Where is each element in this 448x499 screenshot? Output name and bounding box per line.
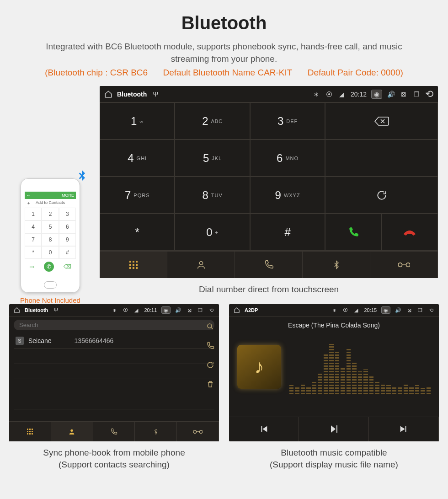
back-icon[interactable]: ⟲: [428, 307, 434, 313]
usb-icon: Ψ: [151, 90, 160, 98]
play-pause-button[interactable]: [299, 417, 369, 441]
spec-line: (Bluetooth chip : CSR BC6 Default Blueto…: [0, 68, 448, 78]
tab-dialpad[interactable]: [100, 252, 167, 278]
call-button[interactable]: [325, 214, 381, 251]
phone-video-icon: ▭: [29, 263, 34, 270]
screenshot-icon[interactable]: ◉: [371, 90, 382, 99]
music-caption: Bluetooth music compatible (Support disp…: [229, 447, 439, 471]
song-title: Escape (The Pina Colada Song): [229, 322, 439, 329]
key-8[interactable]: 8TUV: [175, 177, 250, 214]
usb-icon: Ψ: [53, 307, 59, 313]
volume-icon[interactable]: 🔊: [395, 307, 401, 313]
spec-chip: (Bluetooth chip : CSR BC6: [45, 68, 148, 77]
recent-icon[interactable]: ❐: [412, 90, 421, 98]
close-icon[interactable]: ⊠: [406, 307, 412, 313]
wifi-icon: ◢: [133, 307, 139, 313]
svg-point-0: [199, 262, 203, 265]
svg-point-1: [208, 324, 212, 328]
tab-recent-calls[interactable]: [93, 422, 135, 441]
contact-row[interactable]: SSeicane13566664466: [14, 333, 214, 349]
phone-appbar-more: MORE: [62, 193, 74, 198]
close-icon[interactable]: ⊠: [400, 90, 408, 98]
music-visualizer: [289, 339, 431, 394]
phone-call-icon: ✆: [44, 262, 54, 272]
redial-button[interactable]: [325, 177, 438, 214]
screenshot-icon[interactable]: ◉: [161, 306, 171, 314]
key-6[interactable]: 6MNO: [250, 140, 325, 177]
contact-name: Seicane: [28, 337, 52, 344]
key-1[interactable]: 1∞: [100, 102, 175, 140]
location-icon: ⦿: [342, 307, 348, 313]
home-icon[interactable]: [14, 307, 20, 313]
location-icon: ⦿: [325, 90, 333, 98]
search-input[interactable]: [14, 320, 214, 330]
contact-number: 13566664466: [75, 337, 114, 344]
phone-add-contacts: Add to Contacts: [36, 200, 65, 206]
page-description: Integrated with BC6 Bluetooth module, su…: [27, 41, 421, 65]
side-call-icon[interactable]: [206, 342, 214, 350]
bluetooth-icon: ∗: [111, 307, 117, 313]
tab-bluetooth[interactable]: [303, 252, 370, 278]
bluetooth-signal-icon: [74, 169, 90, 184]
dialer-screen: Bluetooth Ψ ∗ ⦿ ◢ 20:12 ◉ 🔊 ⊠ ❐ ⟲ 1∞2ABC…: [100, 86, 438, 278]
key-*[interactable]: *: [100, 214, 175, 251]
tab-recent-calls[interactable]: [235, 252, 303, 278]
volume-icon[interactable]: 🔊: [387, 90, 395, 98]
dialer-caption: Dial number direct from touchscreen: [100, 284, 438, 296]
status-time: 20:12: [351, 91, 367, 98]
back-icon[interactable]: ⟲: [208, 307, 214, 313]
next-track-button[interactable]: [369, 417, 439, 441]
close-icon[interactable]: ⊠: [186, 307, 192, 313]
phone-mockup: ← MORE ＋ Add to Contacts ⋮ 123 456 789 *…: [21, 178, 80, 293]
screenshot-icon[interactable]: ◉: [381, 306, 390, 314]
tab-contacts[interactable]: [51, 422, 93, 441]
phone-not-included-note: Phone Not Included: [9, 296, 91, 304]
album-art-icon: ♪: [237, 345, 281, 389]
phone-dialpad: 123 456 789 *0#: [25, 208, 76, 259]
recent-icon[interactable]: ❐: [417, 307, 423, 313]
tab-pair[interactable]: [370, 252, 438, 278]
phone-home-button: [44, 281, 57, 289]
hangup-button[interactable]: [382, 214, 438, 251]
side-delete-icon[interactable]: [206, 380, 214, 388]
back-icon[interactable]: ⟲: [425, 90, 433, 98]
key-4[interactable]: 4GHI: [100, 140, 175, 177]
prev-track-button[interactable]: [229, 417, 299, 441]
home-icon[interactable]: [104, 90, 112, 98]
status-time: 20:11: [144, 307, 157, 313]
phone-appbar-back: ←: [27, 193, 31, 198]
wifi-icon: ◢: [353, 307, 359, 313]
volume-icon[interactable]: 🔊: [175, 307, 181, 313]
tab-pair[interactable]: [177, 422, 219, 441]
phonebook-caption: Sync phone-book from mobile phone (Suppo…: [9, 447, 219, 471]
bluetooth-icon: ∗: [312, 90, 320, 98]
status-title: Bluetooth: [25, 307, 48, 313]
recent-icon[interactable]: ❐: [197, 307, 203, 313]
key-3[interactable]: 3DEF: [250, 102, 325, 140]
music-screen: A2DP ∗ ⦿ ◢ 20:15 ◉ 🔊 ⊠ ❐ ⟲ Escape (The P…: [229, 304, 439, 441]
wifi-icon: ◢: [338, 90, 346, 98]
location-icon: ⦿: [122, 307, 128, 313]
status-time: 20:15: [364, 307, 377, 313]
side-sync-icon[interactable]: [206, 361, 214, 369]
phonebook-screen: Bluetooth Ψ ∗ ⦿ ◢ 20:11 ◉ 🔊 ⊠ ❐ ⟲ SS: [9, 304, 219, 441]
key-0[interactable]: 0+: [175, 214, 250, 251]
tab-dialpad[interactable]: [9, 422, 51, 441]
phone-backspace-icon: ⌫: [64, 263, 71, 270]
contact-initial: S: [16, 337, 24, 345]
side-search-icon[interactable]: [206, 322, 214, 331]
tab-contacts[interactable]: [167, 252, 235, 278]
key-9[interactable]: 9WXYZ: [250, 177, 325, 214]
tab-bluetooth[interactable]: [135, 422, 177, 441]
status-title: Bluetooth: [117, 91, 147, 98]
key-5[interactable]: 5JKL: [175, 140, 250, 177]
bluetooth-icon: ∗: [331, 307, 337, 313]
key-#[interactable]: #: [250, 214, 325, 251]
spec-name: Default Bluetooth Name CAR-KIT: [163, 68, 292, 77]
key-7[interactable]: 7PQRS: [100, 177, 175, 214]
home-icon[interactable]: [234, 307, 240, 313]
page-title: Bluetooth: [0, 0, 448, 33]
key-2[interactable]: 2ABC: [175, 102, 250, 140]
spec-code: Default Pair Code: 0000): [308, 68, 403, 77]
backspace-button[interactable]: [325, 102, 438, 140]
